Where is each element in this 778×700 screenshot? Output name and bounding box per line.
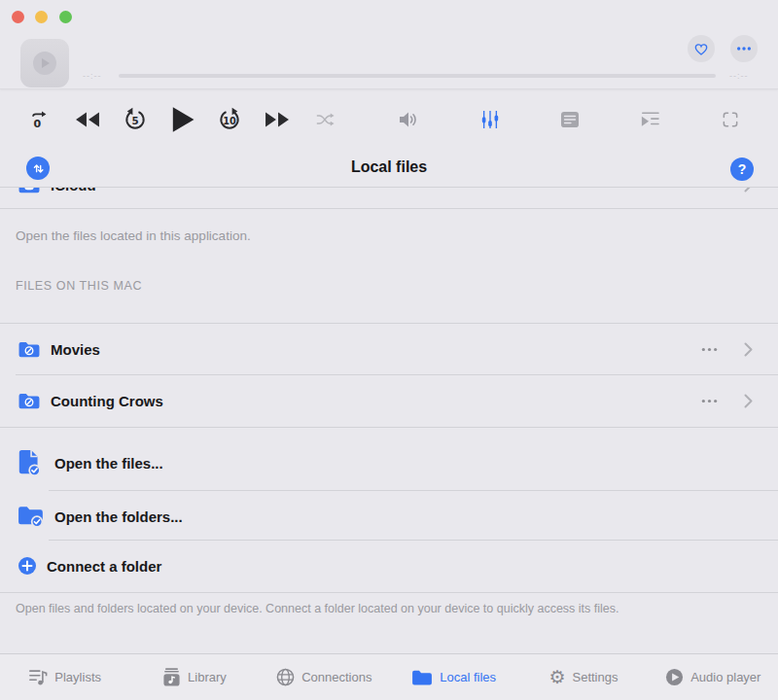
heart-icon [693,42,709,56]
play-queue-icon [639,111,660,128]
globe-icon [276,668,295,686]
action-label: Connect a folder [47,558,161,575]
svg-text:0: 0 [34,118,42,130]
fullscreen-button[interactable] [721,110,740,129]
zoom-window-button[interactable] [59,11,72,23]
folder-icon [411,669,433,686]
plus-circle-icon [18,556,37,576]
list-item-label: Counting Crows [51,393,163,409]
lyrics-document-icon [560,111,580,128]
next-track-button[interactable] [265,111,290,128]
ellipsis-icon [701,347,718,352]
repeat-count-zero-icon: 0 [29,109,51,130]
icloud-folder-icon [18,187,41,194]
list-item-movies[interactable]: Movies [0,324,778,374]
question-mark-icon: ? [738,161,747,177]
svg-text:5: 5 [131,115,138,126]
list-item-label: Movies [51,341,100,358]
minimize-window-button[interactable] [35,11,48,23]
fast-forward-icon [265,111,290,128]
tab-settings[interactable]: ⚙ Settings [518,654,648,700]
equalizer-button[interactable] [480,109,500,130]
go-forward-10-icon: 10 [217,107,242,132]
connected-folder-icon [18,392,41,410]
progress-bar[interactable] [119,74,716,78]
tab-label: Connections [301,670,371,684]
queue-button[interactable] [639,111,660,128]
row-more-button[interactable] [701,347,718,352]
play-circle-icon [665,668,684,686]
volume-button[interactable] [398,111,419,128]
ellipsis-icon [736,46,752,52]
list-item-icloud[interactable]: iCloud [0,187,778,209]
rewind-icon [75,111,100,128]
title-bar [0,0,778,31]
previous-track-button[interactable] [75,111,100,128]
play-icon [170,106,195,133]
help-button[interactable]: ? [730,158,754,181]
connect-folder-button[interactable]: Connect a folder [0,542,778,590]
album-art-placeholder [20,39,69,88]
favorite-button[interactable] [688,35,715,62]
volume-icon [398,111,419,128]
local-files-list: iCloud Open the files located in this ap… [0,187,778,653]
view-header: Local files ? [0,150,778,187]
play-placeholder-icon [33,52,56,75]
tab-playlists[interactable]: Playlists [0,654,129,700]
tab-label: Playlists [54,670,101,684]
open-folders-button[interactable]: Open the folders... [0,493,778,540]
app-window: --:-- --:-- 0 [0,0,778,700]
close-window-button[interactable] [12,11,24,23]
tab-audio-player[interactable]: Audio player [649,654,778,700]
transport-controls: 0 5 10 [0,89,778,150]
action-label: Open the files... [54,455,163,472]
list-item-label: iCloud [51,187,96,193]
folder-check-icon [18,505,45,528]
open-files-button[interactable]: Open the files... [0,438,778,487]
chevron-right-icon [744,187,753,192]
row-more-button[interactable] [701,399,718,403]
skip-forward-10-button[interactable]: 10 [217,107,242,132]
tab-label: Local files [440,670,496,684]
tab-library[interactable]: Library [129,654,259,700]
duration-time: --:-- [729,71,749,81]
tab-label: Settings [573,670,619,684]
library-stack-icon [162,668,181,686]
document-check-icon [18,449,43,476]
music-note-list-icon [28,668,48,686]
lyrics-button[interactable] [560,111,580,128]
tab-bar: Playlists Library Connections Local fi [0,653,778,700]
tab-label: Audio player [690,670,760,684]
fullscreen-icon [721,110,740,129]
chevron-right-icon [744,342,753,357]
list-item-counting-crows[interactable]: Counting Crows [0,375,778,427]
action-label: Open the folders... [54,508,183,525]
ellipsis-icon [701,399,718,403]
icloud-description: Open the files located in this applicati… [16,228,762,243]
tab-local-files[interactable]: Local files [389,654,518,700]
tab-connections[interactable]: Connections [260,654,389,700]
now-playing-bar: --:-- --:-- [0,29,778,89]
shuffle-icon [315,111,335,128]
tab-label: Library [188,670,227,684]
page-title: Local files [0,158,778,176]
gear-icon: ⚙ [548,668,565,686]
repeat-count-button[interactable]: 0 [29,109,51,130]
player-more-button[interactable] [730,35,758,62]
elapsed-time: --:-- [83,71,102,81]
section-header: FILES ON THIS MAC [16,279,762,293]
chevron-right-icon [744,394,753,408]
footer-description: Open files and folders located on your d… [16,602,762,615]
svg-text:10: 10 [223,116,236,126]
connected-folder-icon [18,340,41,359]
go-backward-5-icon: 5 [123,107,148,132]
skip-back-5-button[interactable]: 5 [123,107,148,132]
equalizer-icon [480,109,500,130]
play-button[interactable] [170,106,195,133]
shuffle-button[interactable] [315,111,335,128]
